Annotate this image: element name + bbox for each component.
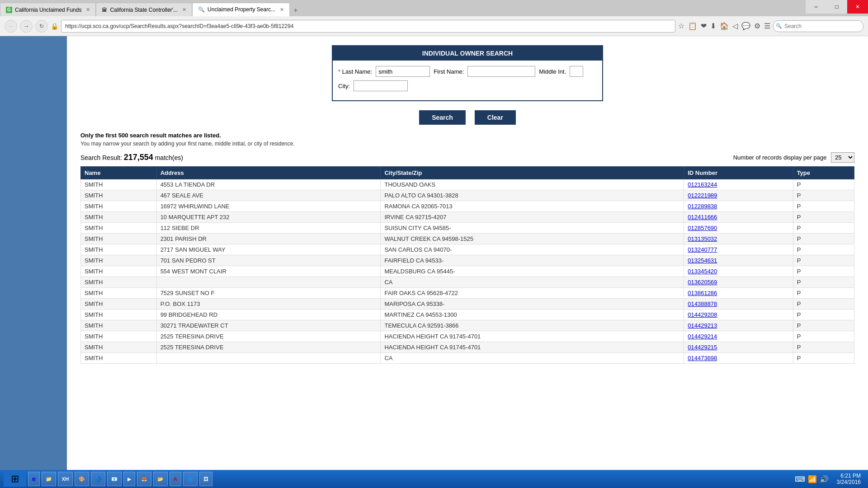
browser-search-wrapper	[773, 20, 863, 32]
cell-address	[156, 277, 381, 288]
tab2-close-icon[interactable]: ✕	[182, 7, 186, 13]
reading-icon[interactable]: 📋	[688, 22, 697, 30]
menu-icon[interactable]: ☰	[764, 22, 770, 30]
wifi-icon[interactable]: 📶	[808, 475, 817, 483]
cell-type: P	[793, 266, 854, 277]
keyboard-icon[interactable]: ⌨	[795, 475, 805, 483]
id-link[interactable]: 012163244	[688, 181, 717, 188]
id-link[interactable]: 014429213	[688, 322, 717, 329]
cell-address: 16972 WHIRLWIND LANE	[156, 201, 381, 212]
forward-button[interactable]: →	[20, 20, 33, 33]
tab3-close-icon[interactable]: ✕	[280, 7, 284, 13]
cell-id: 014429208	[684, 310, 793, 320]
tab1-close-icon[interactable]: ✕	[86, 7, 90, 13]
refresh-button[interactable]: ↻	[35, 20, 48, 33]
chat-icon[interactable]: 💬	[741, 22, 750, 30]
tab-1[interactable]: G California Unclaimed Funds ✕	[0, 3, 96, 16]
browser-search-input[interactable]	[773, 20, 863, 32]
cell-address: 7529 SUNSET NO F	[156, 288, 381, 299]
outlook-icon: 📧	[111, 476, 118, 482]
last-name-input[interactable]	[376, 66, 430, 77]
cell-type: P	[793, 288, 854, 299]
col-address: Address	[156, 167, 381, 179]
taskbar-corel[interactable]: 🌀	[183, 472, 198, 486]
table-row: SMITH 112 SIEBE DR SUISUN CITY CA 94585-…	[81, 223, 854, 234]
id-link[interactable]: 013240777	[688, 246, 717, 253]
new-tab-button[interactable]: +	[290, 5, 301, 16]
speaker-icon[interactable]: 🔊	[820, 475, 829, 483]
cell-name: SMITH	[81, 190, 157, 201]
firefox-icon: 🦊	[141, 476, 147, 482]
back-button[interactable]: ←	[5, 20, 17, 33]
search-button[interactable]: Search	[419, 110, 466, 125]
clear-button[interactable]: Clear	[475, 110, 516, 125]
form-row-name: * Last Name: First Name: Middle Int.	[338, 66, 597, 77]
back-page-icon[interactable]: ◁	[732, 22, 738, 30]
taskbar-xh[interactable]: XH	[58, 472, 73, 486]
taskbar-folder[interactable]: 📁	[42, 472, 56, 486]
start-button[interactable]: ⊞	[4, 471, 26, 487]
id-link[interactable]: 014388878	[688, 300, 717, 307]
settings-icon[interactable]: ⚙	[754, 22, 760, 30]
per-page-control: Number of records display per page 25 10…	[733, 152, 854, 163]
cell-address: 99 BRIDGEHEAD RD	[156, 310, 381, 320]
first-name-input[interactable]	[467, 66, 535, 77]
taskbar-access[interactable]: A	[170, 472, 181, 486]
play-icon: ▶	[127, 476, 131, 482]
id-link[interactable]: 012289838	[688, 203, 717, 210]
cell-city-state-zip: MARIPOSA CA 95338-	[381, 299, 684, 310]
address-bar[interactable]	[61, 20, 675, 33]
taskbar-system-icons: ⌨ 📶 🔊	[792, 475, 831, 483]
tab-3[interactable]: 🔍 Unclaimed Property Searc... ✕	[192, 3, 290, 16]
cell-type: P	[793, 299, 854, 310]
cell-address: 2525 TERESINA DRIVE	[156, 331, 381, 342]
id-link[interactable]: 012411666	[688, 214, 717, 221]
id-link[interactable]: 014429215	[688, 344, 717, 351]
star-icon[interactable]: ☆	[678, 22, 684, 30]
id-link[interactable]: 013135032	[688, 235, 717, 242]
cell-name: SMITH	[81, 244, 157, 255]
info-line2: You may narrow your search by adding you…	[80, 141, 854, 147]
download-icon[interactable]: ⬇	[710, 22, 716, 30]
per-page-select[interactable]: 25 10 50 100	[831, 152, 854, 163]
id-link[interactable]: 013345420	[688, 268, 717, 275]
taskbar-firefox[interactable]: 🦊	[137, 472, 151, 486]
taskbar-paint[interactable]: 🎨	[75, 472, 89, 486]
id-link[interactable]: 014473698	[688, 355, 717, 361]
col-id: ID Number	[684, 167, 793, 179]
lock-icon: 🔒	[51, 23, 58, 30]
city-input[interactable]	[354, 80, 408, 91]
taskbar-color[interactable]: 🔵	[91, 472, 105, 486]
minimize-button[interactable]: –	[806, 0, 826, 14]
id-link[interactable]: 012857690	[688, 225, 717, 231]
cell-city-state-zip: FAIRFIELD CA 94533-	[381, 255, 684, 266]
taskbar-play[interactable]: ▶	[123, 472, 135, 486]
home-icon[interactable]: 🏠	[720, 22, 729, 30]
id-link[interactable]: 012221989	[688, 192, 717, 199]
taskbar-outlook[interactable]: 📧	[107, 472, 122, 486]
close-button[interactable]: ✕	[847, 0, 868, 14]
taskbar-ie[interactable]: e	[28, 472, 40, 486]
id-link[interactable]: 014429208	[688, 311, 717, 318]
cell-city-state-zip: TEMECULA CA 92591-3866	[381, 320, 684, 331]
cell-id: 013240777	[684, 244, 793, 255]
maximize-button[interactable]: □	[826, 0, 847, 14]
id-link[interactable]: 013254631	[688, 257, 717, 264]
id-link[interactable]: 013620569	[688, 279, 717, 286]
cell-type: P	[793, 212, 854, 223]
tab1-label: California Unclaimed Funds	[15, 7, 81, 13]
cell-id: 014429214	[684, 331, 793, 342]
tab1-favicon: G	[6, 7, 12, 13]
id-link[interactable]: 014429214	[688, 333, 717, 340]
cell-city-state-zip: CA	[381, 353, 684, 364]
taskbar-photo[interactable]: 🖼	[199, 472, 212, 486]
tab-2[interactable]: 🏛 California State Controller'... ✕	[96, 3, 192, 16]
middle-input[interactable]	[570, 66, 583, 77]
cell-type: P	[793, 190, 854, 201]
table-row: SMITH 30271 TRADEWATER CT TEMECULA CA 92…	[81, 320, 854, 331]
favorites-icon[interactable]: ❤	[701, 22, 707, 30]
table-row: SMITH 2525 TERESINA DRIVE HACIENDA HEIGH…	[81, 342, 854, 353]
taskbar-files[interactable]: 📂	[153, 472, 168, 486]
cell-id: 012289838	[684, 201, 793, 212]
id-link[interactable]: 013861286	[688, 290, 717, 296]
